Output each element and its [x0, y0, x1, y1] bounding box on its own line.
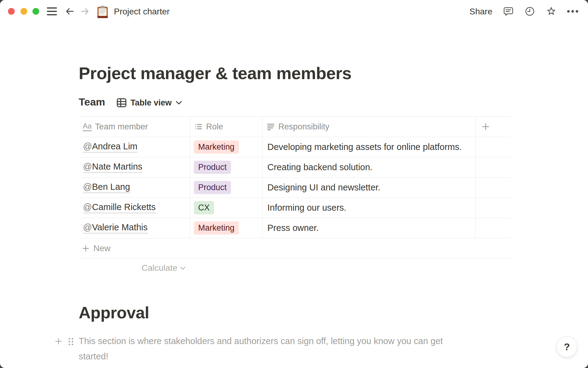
title-property-icon: Aa [83, 122, 92, 131]
text-property-icon [266, 122, 275, 131]
table-view-icon [116, 98, 127, 108]
clipboard-icon [97, 6, 108, 18]
table-view-label: Table view [130, 98, 172, 108]
role-tag[interactable]: Product [194, 181, 231, 194]
back-arrow-icon[interactable] [65, 6, 75, 16]
approval-section-heading: Approval [79, 303, 149, 322]
paragraph-line: started! [79, 349, 501, 364]
table-header-row: Aa Team member Role Responsibility [79, 117, 511, 137]
empty-cell[interactable] [476, 137, 511, 157]
person-mention[interactable]: @Andrea Lim [83, 141, 138, 153]
more-options-icon[interactable] [567, 9, 579, 14]
person-mention[interactable]: @Nate Martins [83, 162, 142, 173]
column-header-role[interactable]: Role [190, 117, 262, 137]
responsibility-cell[interactable]: Informing our users. [262, 198, 476, 218]
team-table: Aa Team member Role Responsibility [79, 116, 511, 278]
table-view-tab[interactable]: Table view [116, 98, 182, 108]
table-row: @Andrea Lim Marketing Developing marketi… [79, 137, 511, 157]
approval-paragraph[interactable]: This section is where stakeholders and a… [79, 333, 501, 364]
column-header-responsibility[interactable]: Responsibility [262, 117, 476, 137]
role-cell[interactable]: Marketing [190, 218, 262, 238]
new-row-button[interactable]: New [79, 238, 511, 259]
team-member-cell[interactable]: @Valerie Mathis [79, 218, 190, 238]
empty-cell[interactable] [476, 198, 511, 218]
paragraph-line: This section is where stakeholders and a… [79, 333, 501, 349]
select-property-icon [194, 122, 203, 131]
add-block-plus-icon[interactable] [55, 338, 62, 345]
role-cell[interactable]: Product [190, 178, 262, 197]
table-row: @Nate Martins Product Creating backend s… [79, 157, 511, 178]
topbar: Project charter Share [0, 0, 588, 23]
notion-window: Project charter Share Project manager & … [0, 0, 588, 368]
empty-cell[interactable] [476, 157, 511, 177]
share-button[interactable]: Share [469, 7, 492, 17]
plus-icon [481, 122, 490, 131]
comments-icon[interactable] [503, 6, 514, 17]
team-section-heading: Team [79, 96, 105, 108]
role-tag[interactable]: Product [194, 161, 231, 174]
empty-cell[interactable] [476, 178, 511, 197]
drag-handle-icon[interactable] [68, 337, 74, 346]
role-cell[interactable]: CX [190, 198, 262, 218]
team-member-cell[interactable]: @Ben Lang [79, 178, 190, 197]
table-row: @Camille Ricketts CX Informing our users… [79, 198, 511, 218]
role-cell[interactable]: Marketing [190, 137, 262, 157]
team-member-cell[interactable]: @Nate Martins [79, 157, 190, 177]
add-column-button[interactable] [476, 117, 511, 137]
table-row: @Valerie Mathis Marketing Press owner. [79, 218, 511, 238]
forward-arrow-icon[interactable] [80, 6, 90, 16]
person-mention[interactable]: @Valerie Mathis [83, 222, 148, 234]
team-member-cell[interactable]: @Camille Ricketts [79, 198, 190, 218]
responsibility-cell[interactable]: Designing UI and newsletter. [262, 178, 476, 197]
empty-cell[interactable] [476, 218, 511, 238]
person-mention[interactable]: @Ben Lang [83, 182, 130, 193]
calculate-button[interactable]: Calculate [79, 259, 190, 278]
role-tag[interactable]: Marketing [194, 140, 239, 153]
column-header-team-member[interactable]: Aa Team member [79, 117, 190, 137]
plus-icon [82, 245, 89, 252]
document-title[interactable]: Project charter [114, 7, 170, 17]
table-row: @Ben Lang Product Designing UI and newsl… [79, 178, 511, 198]
role-tag[interactable]: Marketing [194, 221, 239, 234]
window-close-button[interactable] [8, 8, 15, 15]
responsibility-cell[interactable]: Developing marketing assets for online p… [262, 137, 476, 157]
sidebar-toggle-icon[interactable] [47, 7, 57, 16]
responsibility-cell[interactable]: Creating backend solution. [262, 157, 476, 177]
window-zoom-button[interactable] [32, 8, 39, 15]
responsibility-cell[interactable]: Press owner. [262, 218, 476, 238]
person-mention[interactable]: @Camille Ricketts [83, 202, 156, 213]
updates-clock-icon[interactable] [525, 6, 535, 17]
role-tag[interactable]: CX [194, 201, 214, 214]
help-button[interactable]: ? [556, 336, 577, 357]
chevron-down-icon [180, 266, 186, 270]
window-minimize-button[interactable] [21, 8, 27, 15]
role-cell[interactable]: Product [190, 157, 262, 177]
page-title: Project manager & team members [79, 63, 352, 83]
favorite-star-icon[interactable] [546, 6, 556, 17]
team-member-cell[interactable]: @Andrea Lim [79, 137, 190, 157]
chevron-down-icon [175, 101, 182, 105]
